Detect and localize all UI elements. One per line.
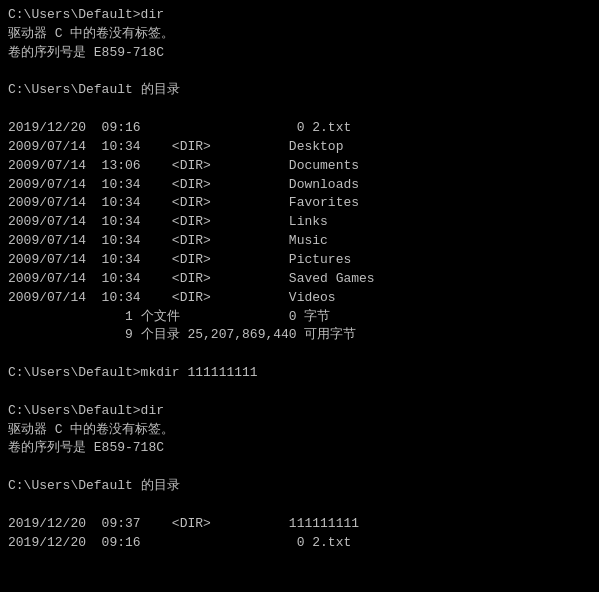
terminal-line — [8, 383, 591, 402]
terminal-line — [8, 496, 591, 515]
terminal-line: C:\Users\Default 的目录 — [8, 477, 591, 496]
terminal-window[interactable]: C:\Users\Default>dir驱动器 C 中的卷没有标签。卷的序列号是… — [0, 0, 599, 592]
terminal-line: 卷的序列号是 E859-718C — [8, 439, 591, 458]
terminal-line: 2009/07/14 13:06 <DIR> Documents — [8, 157, 591, 176]
terminal-line — [8, 345, 591, 364]
terminal-line: 卷的序列号是 E859-718C — [8, 44, 591, 63]
terminal-line: 2009/07/14 10:34 <DIR> Links — [8, 213, 591, 232]
terminal-line — [8, 458, 591, 477]
terminal-line: 驱动器 C 中的卷没有标签。 — [8, 25, 591, 44]
terminal-line — [8, 100, 591, 119]
terminal-line: C:\Users\Default>dir — [8, 402, 591, 421]
terminal-line: 2019/12/20 09:37 <DIR> 111111111 — [8, 515, 591, 534]
terminal-line: C:\Users\Default>dir — [8, 6, 591, 25]
terminal-line: 2009/07/14 10:34 <DIR> Music — [8, 232, 591, 251]
terminal-line — [8, 63, 591, 82]
terminal-line: 9 个目录 25,207,869,440 可用字节 — [8, 326, 591, 345]
terminal-line: 2009/07/14 10:34 <DIR> Saved Games — [8, 270, 591, 289]
terminal-line: C:\Users\Default 的目录 — [8, 81, 591, 100]
terminal-line: 2009/07/14 10:34 <DIR> Downloads — [8, 176, 591, 195]
terminal-line: 2009/07/14 10:34 <DIR> Desktop — [8, 138, 591, 157]
terminal-line: 1 个文件 0 字节 — [8, 308, 591, 327]
terminal-line: 2009/07/14 10:34 <DIR> Pictures — [8, 251, 591, 270]
terminal-line: C:\Users\Default>mkdir 111111111 — [8, 364, 591, 383]
terminal-line: 2009/07/14 10:34 <DIR> Favorites — [8, 194, 591, 213]
terminal-line: 2019/12/20 09:16 0 2.txt — [8, 119, 591, 138]
terminal-line: 2009/07/14 10:34 <DIR> Videos — [8, 289, 591, 308]
terminal-line: 2019/12/20 09:16 0 2.txt — [8, 534, 591, 553]
terminal-line: 驱动器 C 中的卷没有标签。 — [8, 421, 591, 440]
